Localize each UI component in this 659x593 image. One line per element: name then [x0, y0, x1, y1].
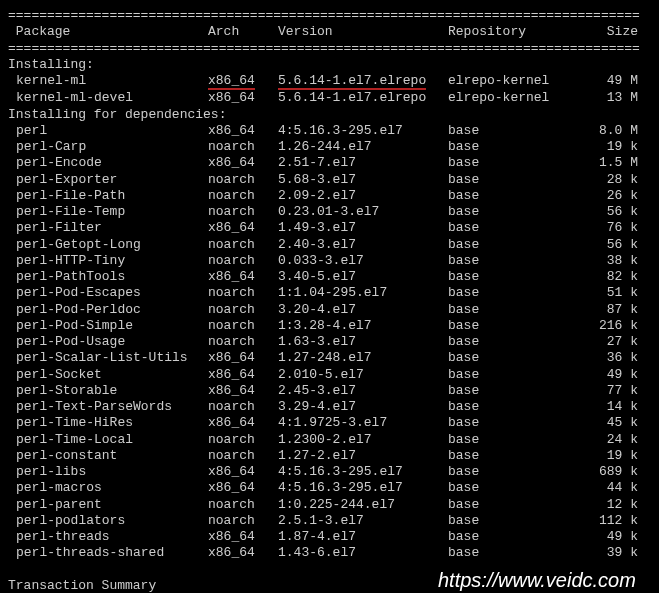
cell-arch: x86_64: [208, 480, 278, 496]
cell-version: 2.51-7.el7: [278, 155, 448, 171]
table-row: perl-threadsx86_641.87-4.el7base49 k: [8, 529, 651, 545]
cell-size: 112 k: [578, 513, 638, 529]
cell-size: 19 k: [578, 448, 638, 464]
cell-arch: x86_64: [208, 383, 278, 399]
table-row: perl-podlatorsnoarch2.5.1-3.el7base112 k: [8, 513, 651, 529]
cell-version: 1.63-3.el7: [278, 334, 448, 350]
cell-package: perl-Time-Local: [8, 432, 208, 448]
cell-repo: base: [448, 350, 578, 366]
cell-repo: base: [448, 269, 578, 285]
cell-version: 1.2300-2.el7: [278, 432, 448, 448]
cell-arch: noarch: [208, 448, 278, 464]
cell-package: kernel-ml-devel: [8, 90, 208, 106]
cell-size: 49 k: [578, 367, 638, 383]
table-row: perl-Getopt-Longnoarch2.40-3.el7base56 k: [8, 237, 651, 253]
cell-package: perl-File-Temp: [8, 204, 208, 220]
cell-arch: x86_64: [208, 464, 278, 480]
cell-package: perl-PathTools: [8, 269, 208, 285]
cell-repo: base: [448, 415, 578, 431]
table-row: perl-Pod-Simplenoarch1:3.28-4.el7base216…: [8, 318, 651, 334]
table-row: perl-File-Pathnoarch2.09-2.el7base26 k: [8, 188, 651, 204]
cell-size: 45 k: [578, 415, 638, 431]
cell-arch: noarch: [208, 253, 278, 269]
cell-package: perl-Getopt-Long: [8, 237, 208, 253]
table-row: perl-constantnoarch1.27-2.el7base19 k: [8, 448, 651, 464]
cell-arch: x86_64: [208, 367, 278, 383]
cell-size: 77 k: [578, 383, 638, 399]
table-row: perl-HTTP-Tinynoarch0.033-3.el7base38 k: [8, 253, 651, 269]
cell-size: 216 k: [578, 318, 638, 334]
table-row: perl-Filterx86_641.49-3.el7base76 k: [8, 220, 651, 236]
cell-version: 0.23.01-3.el7: [278, 204, 448, 220]
cell-size: 39 k: [578, 545, 638, 561]
cell-version: 2.40-3.el7: [278, 237, 448, 253]
cell-version: 2.5.1-3.el7: [278, 513, 448, 529]
cell-package: perl-HTTP-Tiny: [8, 253, 208, 269]
cell-version: 3.29-4.el7: [278, 399, 448, 415]
cell-version: 1.26-244.el7: [278, 139, 448, 155]
cell-repo: elrepo-kernel: [448, 73, 578, 90]
cell-version: 5.6.14-1.el7.elrepo: [278, 90, 448, 106]
cell-repo: base: [448, 334, 578, 350]
cell-repo: elrepo-kernel: [448, 90, 578, 106]
cell-version: 1.27-248.el7: [278, 350, 448, 366]
cell-arch: noarch: [208, 188, 278, 204]
header-row: Package Arch Version Repository Size: [8, 24, 651, 40]
table-row: perl-threads-sharedx86_641.43-6.el7base3…: [8, 545, 651, 561]
table-row: perl-parentnoarch1:0.225-244.el7base12 k: [8, 497, 651, 513]
cell-version: 4:5.16.3-295.el7: [278, 480, 448, 496]
section-title: Installing:: [8, 57, 651, 73]
top-rule: ========================================…: [8, 8, 651, 24]
header-version: Version: [278, 24, 448, 40]
cell-repo: base: [448, 123, 578, 139]
cell-package: perl-File-Path: [8, 188, 208, 204]
cell-repo: base: [448, 464, 578, 480]
cell-arch: x86_64: [208, 220, 278, 236]
section-title: Installing for dependencies:: [8, 107, 651, 123]
cell-size: 38 k: [578, 253, 638, 269]
table-row: perlx86_644:5.16.3-295.el7base8.0 M: [8, 123, 651, 139]
table-row: perl-Encodex86_642.51-7.el7base1.5 M: [8, 155, 651, 171]
cell-repo: base: [448, 480, 578, 496]
cell-repo: base: [448, 529, 578, 545]
table-row: perl-Socketx86_642.010-5.el7base49 k: [8, 367, 651, 383]
cell-package: perl-Pod-Usage: [8, 334, 208, 350]
cell-package: perl-Encode: [8, 155, 208, 171]
cell-repo: base: [448, 448, 578, 464]
cell-package: perl-Time-HiRes: [8, 415, 208, 431]
cell-package: perl-Storable: [8, 383, 208, 399]
cell-package: perl-macros: [8, 480, 208, 496]
cell-size: 8.0 M: [578, 123, 638, 139]
cell-arch: x86_64: [208, 545, 278, 561]
table-row: perl-Exporternoarch5.68-3.el7base28 k: [8, 172, 651, 188]
cell-repo: base: [448, 285, 578, 301]
cell-repo: base: [448, 432, 578, 448]
cell-repo: base: [448, 545, 578, 561]
cell-size: 24 k: [578, 432, 638, 448]
cell-arch: x86_64: [208, 350, 278, 366]
table-row: perl-Time-HiResx86_644:1.9725-3.el7base4…: [8, 415, 651, 431]
cell-package: perl: [8, 123, 208, 139]
cell-size: 87 k: [578, 302, 638, 318]
cell-repo: base: [448, 172, 578, 188]
table-row: perl-Carpnoarch1.26-244.el7base19 k: [8, 139, 651, 155]
table-row: perl-Storablex86_642.45-3.el7base77 k: [8, 383, 651, 399]
cell-version: 2.010-5.el7: [278, 367, 448, 383]
cell-size: 19 k: [578, 139, 638, 155]
cell-package: perl-Pod-Escapes: [8, 285, 208, 301]
cell-size: 49 M: [578, 73, 638, 90]
cell-size: 13 M: [578, 90, 638, 106]
cell-arch: noarch: [208, 139, 278, 155]
cell-repo: base: [448, 383, 578, 399]
cell-package: perl-podlators: [8, 513, 208, 529]
cell-arch: x86_64: [208, 123, 278, 139]
cell-size: 27 k: [578, 334, 638, 350]
cell-package: perl-Socket: [8, 367, 208, 383]
cell-size: 49 k: [578, 529, 638, 545]
cell-arch: x86_64: [208, 155, 278, 171]
cell-repo: base: [448, 220, 578, 236]
cell-version: 3.40-5.el7: [278, 269, 448, 285]
cell-repo: base: [448, 367, 578, 383]
cell-package: perl-Pod-Perldoc: [8, 302, 208, 318]
cell-package: perl-Text-ParseWords: [8, 399, 208, 415]
